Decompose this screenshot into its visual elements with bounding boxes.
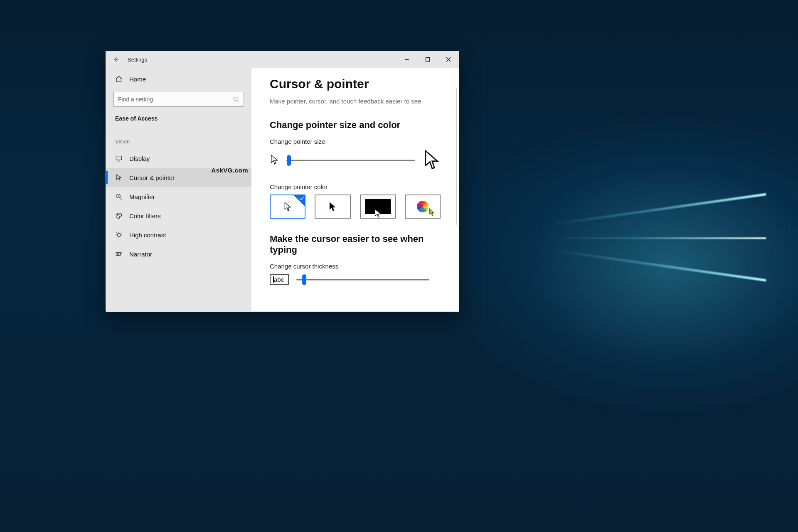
contrast-icon	[115, 231, 123, 239]
svg-point-7	[117, 233, 121, 236]
home-label: Home	[129, 76, 146, 83]
sidebar-item-color-filters[interactable]: Color filters	[106, 206, 251, 225]
magnifier-icon	[115, 193, 123, 200]
sidebar-item-display[interactable]: Display	[106, 149, 251, 168]
close-button[interactable]	[438, 51, 459, 68]
search-icon	[233, 96, 239, 103]
pointer-size-row	[270, 149, 441, 172]
sidebar-item-cursor-pointer[interactable]: Cursor & pointer AskVG.com	[106, 168, 251, 187]
titlebar: Settings	[106, 51, 459, 68]
thickness-preview: abc	[270, 274, 289, 285]
section-heading-cursor-typing: Make the cursor easier to see when typin…	[270, 234, 441, 255]
maximize-button[interactable]	[417, 51, 438, 68]
svg-rect-0	[426, 58, 430, 62]
color-wheel-icon	[417, 201, 429, 212]
pointer-custom-icon	[428, 208, 436, 216]
pointer-black-icon	[328, 202, 337, 212]
sidebar-item-narrator[interactable]: Narrator	[106, 244, 251, 264]
sidebar-item-label: Display	[129, 155, 150, 162]
display-icon	[115, 155, 123, 162]
svg-rect-8	[116, 252, 121, 256]
minimize-button[interactable]	[397, 51, 417, 68]
close-icon	[446, 57, 451, 62]
palette-icon	[115, 212, 123, 219]
minimize-icon	[404, 57, 409, 62]
section-heading-size-color: Change pointer size and color	[270, 120, 441, 131]
search-wrap	[106, 90, 251, 114]
app-title: Settings	[126, 57, 147, 63]
pointer-size-slider[interactable]	[286, 155, 415, 165]
search-input[interactable]	[118, 96, 233, 103]
pointer-color-options	[270, 195, 441, 219]
content-pane: Cursor & pointer Make pointer, cursor, a…	[251, 68, 459, 311]
pointer-inverted-icon	[374, 208, 382, 218]
sidebar-item-label: Color filters	[129, 212, 161, 219]
svg-rect-2	[116, 156, 122, 160]
svg-point-5	[118, 214, 119, 214]
svg-point-1	[234, 97, 237, 101]
pointer-size-label: Change pointer size	[270, 138, 441, 145]
svg-point-6	[119, 214, 120, 215]
thickness-row: abc	[270, 274, 441, 285]
arrow-left-icon	[113, 56, 119, 63]
home-icon	[115, 75, 123, 83]
page-subtitle: Make pointer, cursor, and touch feedback…	[270, 98, 441, 105]
sidebar-item-magnifier[interactable]: Magnifier	[106, 187, 251, 206]
search-box[interactable]	[113, 92, 244, 107]
watermark: AskVG.com	[211, 167, 248, 174]
pointer-white-icon	[283, 202, 292, 212]
sidebar-item-label: High contrast	[129, 232, 166, 239]
thickness-label: Change cursor thickness	[270, 263, 441, 270]
pointer-color-custom[interactable]	[405, 195, 441, 219]
group-label-vision: Vision	[106, 126, 251, 149]
caption-buttons	[397, 51, 459, 68]
selected-check-icon	[293, 195, 305, 207]
nav: Display Cursor & pointer AskVG.com Magni…	[106, 149, 251, 264]
sidebar: Home Ease of Access Vision Display Curso…	[106, 68, 251, 311]
wallpaper-light-beams	[500, 192, 766, 283]
thickness-slider[interactable]	[296, 275, 429, 285]
cursor-large-icon	[422, 149, 441, 172]
maximize-icon	[425, 57, 430, 62]
inverted-preview	[365, 199, 391, 214]
pointer-color-inverted[interactable]	[360, 195, 396, 219]
pointer-color-label: Change pointer color	[270, 183, 441, 190]
section-title: Ease of Access	[106, 114, 251, 126]
sidebar-home[interactable]: Home	[106, 68, 251, 90]
scrollbar[interactable]	[456, 88, 457, 225]
sidebar-item-label: Cursor & pointer	[129, 174, 175, 181]
cursor-small-icon	[270, 154, 279, 167]
back-button[interactable]	[106, 51, 126, 68]
sidebar-item-label: Magnifier	[129, 193, 155, 200]
narrator-icon	[115, 250, 123, 258]
sidebar-item-high-contrast[interactable]: High contrast	[106, 225, 251, 244]
sidebar-item-label: Narrator	[129, 251, 152, 258]
svg-point-4	[117, 215, 118, 216]
cursor-icon	[115, 174, 123, 181]
page-title: Cursor & pointer	[270, 77, 441, 91]
pointer-color-white[interactable]	[270, 195, 305, 219]
pointer-color-black[interactable]	[315, 195, 350, 219]
settings-window: Settings Home Ease of Access Vision	[106, 51, 459, 312]
